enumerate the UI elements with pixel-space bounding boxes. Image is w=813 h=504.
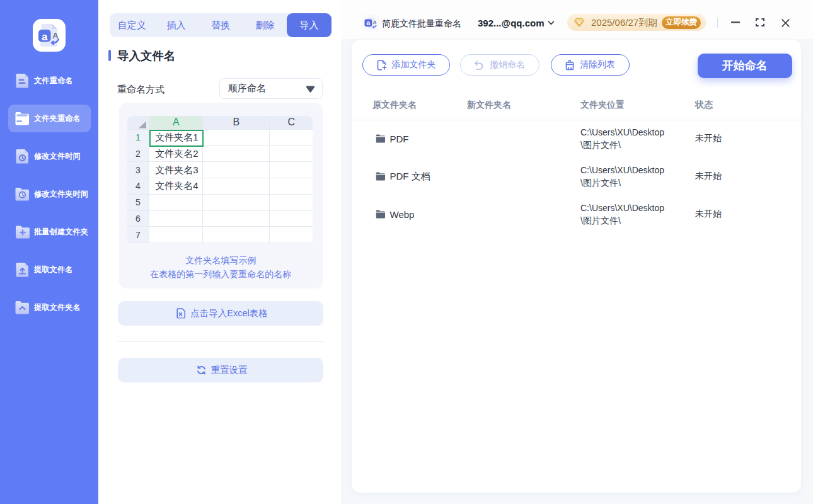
svg-text:A: A — [372, 20, 376, 25]
svg-text:a: a — [366, 19, 371, 26]
svg-text:a: a — [42, 31, 48, 43]
